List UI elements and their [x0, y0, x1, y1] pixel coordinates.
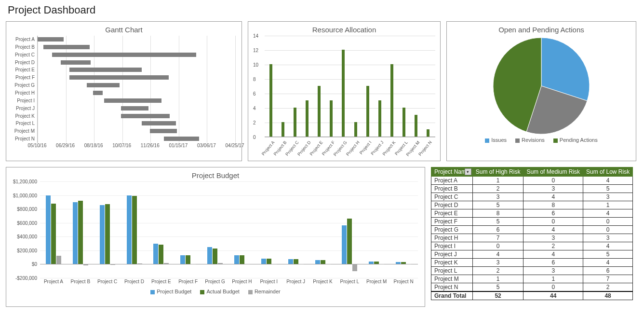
budget-y-tick: $1,000,000	[8, 193, 37, 198]
cell-name: Project G	[431, 226, 473, 234]
budget-bar	[83, 264, 88, 265]
cell-med: 0	[523, 177, 583, 185]
budget-bar	[299, 264, 304, 264]
budget-bar	[342, 225, 347, 264]
gantt-row-label: Project D	[11, 59, 35, 66]
budget-y-tick: $1,200,000	[8, 179, 37, 184]
cell-low: 5	[583, 250, 633, 259]
cell-low: 3	[583, 234, 633, 242]
gantt-plot-area: Project AProject BProject CProject DProj…	[37, 36, 236, 143]
risk-table-panel: Project Name ▾ Sum of High Risk Sum of M…	[431, 167, 632, 307]
cell-med: 1	[523, 275, 583, 283]
cell-med: 6	[523, 209, 583, 218]
budget-bar	[347, 219, 352, 264]
table-row: Project L 2 3 6	[431, 267, 633, 275]
cell-low: 7	[583, 275, 633, 283]
gantt-title: Gantt Chart	[6, 22, 242, 36]
gantt-x-tick: 05/10/16	[28, 143, 47, 148]
resource-bar	[354, 122, 357, 137]
budget-x-tick: Project B	[70, 279, 90, 284]
gantt-bar	[69, 68, 142, 72]
legend-revisions: Revisions	[515, 137, 545, 143]
cell-name: Project N	[431, 283, 473, 292]
cell-low: 0	[583, 218, 633, 226]
resource-bar	[330, 100, 333, 137]
gantt-bar	[121, 106, 148, 111]
resource-y-tick: 0	[253, 135, 256, 140]
budget-bar	[401, 262, 406, 264]
gantt-x-tick: 03/06/17	[197, 143, 216, 148]
cell-med: 0	[523, 218, 583, 226]
budget-x-tick: Project D	[124, 279, 144, 284]
cell-name: Project H	[431, 234, 473, 242]
cell-med: 2	[523, 242, 583, 250]
resource-bar	[366, 86, 369, 137]
gantt-x-axis: 05/10/1606/29/1608/18/1610/07/1611/26/16…	[37, 143, 236, 154]
cell-low: 4	[583, 259, 633, 267]
resource-y-tick: 12	[253, 48, 258, 53]
legend-remainder: Remainder	[248, 289, 281, 294]
legend-pending: Pending Actions	[553, 137, 598, 143]
budget-x-tick: Project K	[313, 279, 333, 284]
gantt-row-label: Project B	[11, 43, 35, 51]
table-row: Project M 1 1 7	[431, 275, 633, 283]
budget-y-tick: $800,000	[8, 207, 37, 212]
budget-plot-area: -$200,000$0$200,000$400,000$600,000$800,…	[40, 181, 418, 278]
cell-name: Project J	[431, 250, 473, 259]
budget-y-tick: -$200,000	[8, 276, 37, 281]
gantt-row-label: Project F	[11, 74, 35, 81]
cell-med: 4	[523, 226, 583, 234]
risk-header-name[interactable]: Project Name ▾	[431, 167, 473, 177]
cell-name: Grand Total	[431, 291, 473, 300]
cell-high: 5	[472, 201, 523, 209]
resource-chart-panel: Resource Allocation 02468101214 Project …	[248, 21, 441, 161]
resource-y-tick: 2	[253, 120, 256, 125]
filter-dropdown-icon[interactable]: ▾	[465, 168, 471, 175]
table-row: Project G 6 4 0	[431, 226, 633, 234]
cell-high: 5	[472, 218, 523, 226]
cell-high: 8	[472, 209, 523, 218]
gantt-x-tick: 01/15/17	[169, 143, 188, 148]
resource-bar	[402, 108, 405, 137]
gantt-bar	[150, 129, 177, 133]
cell-med: 4	[523, 250, 583, 259]
resource-y-tick: 4	[253, 106, 256, 111]
pie-title: Open and Pending Actions	[447, 22, 636, 36]
gantt-bar	[164, 137, 199, 141]
gantt-row-label: Project N	[11, 135, 35, 142]
cell-name: Project A	[431, 177, 473, 185]
budget-x-tick: Project N	[394, 279, 414, 284]
table-row: Project B 2 3 5	[431, 185, 633, 193]
budget-x-tick: Project L	[340, 279, 359, 284]
table-row: Project F 5 0 0	[431, 218, 633, 226]
budget-bar	[240, 255, 244, 264]
cell-med: 3	[523, 267, 583, 275]
resource-bar	[415, 115, 417, 137]
budget-y-tick: $600,000	[8, 220, 37, 225]
budget-bar	[51, 204, 56, 264]
gantt-row-label: Project L	[11, 120, 35, 127]
budget-bar	[213, 249, 217, 264]
cell-low: 48	[583, 291, 633, 300]
budget-bar	[105, 204, 110, 264]
budget-bar	[396, 262, 401, 264]
cell-high: 5	[472, 283, 523, 292]
gantt-x-tick: 06/29/16	[56, 143, 75, 148]
cell-name: Project D	[431, 201, 473, 209]
resource-plot-area: 02468101214	[265, 36, 435, 137]
gantt-row-label: Project M	[11, 127, 35, 135]
budget-bar	[180, 255, 185, 264]
budget-x-tick: Project C	[97, 279, 117, 284]
cell-name: Project B	[431, 185, 473, 193]
cell-high: 2	[472, 185, 523, 193]
budget-y-tick: $400,000	[8, 234, 37, 239]
budget-bar	[369, 262, 374, 264]
page-title: Project Dashboard	[8, 4, 638, 16]
table-row: Project N 5 0 2	[431, 283, 633, 292]
cell-name: Project C	[431, 193, 473, 201]
budget-bar	[159, 245, 163, 264]
gantt-row-label: Project A	[11, 36, 35, 43]
budget-title: Project Budget	[6, 167, 425, 181]
cell-name: Project M	[431, 275, 473, 283]
gantt-x-tick: 08/18/16	[84, 143, 103, 148]
